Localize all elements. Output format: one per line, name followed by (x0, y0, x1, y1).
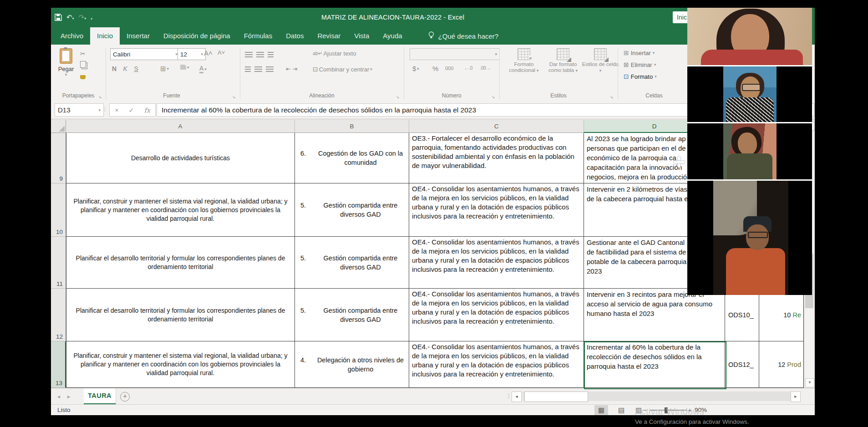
thousands-button[interactable]: 000 (445, 66, 453, 71)
cell-a13[interactable]: Planificar, construir y mantener el sist… (66, 341, 295, 388)
copy-button[interactable] (80, 61, 86, 70)
tab-revisar[interactable]: Revisar (310, 27, 347, 45)
page-layout-view-button[interactable]: ▤ (614, 405, 628, 415)
sheet-nav-right-icon[interactable]: ▸ (67, 393, 70, 400)
merge-center-button[interactable]: ⊡ Combinar y centrar ▾ (313, 66, 372, 73)
increase-decimal-button[interactable]: ←.0 (464, 66, 472, 71)
select-all-corner[interactable] (51, 120, 66, 133)
participant-video-3[interactable] (687, 123, 812, 179)
currency-button[interactable]: $▾ (412, 65, 419, 72)
cell-d13-selected[interactable]: Incrementar al 60% la cobertura de larec… (584, 341, 725, 388)
cell-c10[interactable]: OE4.- Consolidar los asentamientos human… (409, 183, 584, 237)
participant-2 (723, 66, 777, 122)
horizontal-scroll-thumb[interactable] (524, 391, 588, 402)
grow-font-button[interactable]: A˄ (204, 49, 213, 57)
cell-b12[interactable]: 5.Gestión compartida entre diversos GAD (295, 289, 409, 341)
sheet-nav-left-icon[interactable]: ◂ (57, 393, 60, 400)
cell-b13[interactable]: 4.Delegación a otros niveles de gobierno (295, 341, 409, 388)
cell-c13[interactable]: OE4.- Consolidar los asentamientos human… (409, 341, 584, 388)
fill-color-button[interactable]: ▾ (180, 65, 189, 70)
format-painter-button[interactable] (80, 73, 86, 81)
cell-b9[interactable]: 6.Cogestión de los GAD con la comunidad (295, 133, 409, 183)
cell-e12[interactable]: ODS10_ (725, 289, 759, 341)
decrease-decimal-button[interactable]: .00→ (480, 66, 491, 71)
font-name-combobox[interactable]: Calibri▾ (110, 48, 180, 60)
participant-video-1[interactable] (687, 8, 812, 65)
participant-video-2[interactable] (687, 66, 812, 122)
tab-insertar[interactable]: Insertar (120, 27, 157, 45)
cell-a12[interactable]: Planificar el desarrollo territorial y f… (66, 289, 295, 341)
cell-f13[interactable]: 12 Prod (759, 341, 804, 388)
row-header-9[interactable]: 9 (51, 133, 66, 183)
row-header-10[interactable]: 10 (51, 183, 66, 237)
formula-bar-handle[interactable]: ⋮ (102, 106, 108, 112)
column-header-a[interactable]: A (66, 120, 295, 133)
shrink-font-button[interactable]: A˅ (218, 49, 225, 56)
cell-f12[interactable]: 10 Re (759, 289, 804, 341)
underline-button[interactable]: S (134, 65, 138, 72)
cell-b10[interactable]: 5.Gestión compartida entre diversos GAD (295, 183, 409, 237)
bold-button[interactable]: N (112, 65, 117, 72)
sheet-tab-taura[interactable]: TAURA (84, 388, 116, 405)
group-label-alignment: Alineación (240, 92, 404, 99)
delete-cells-button[interactable]: ⊠ Eliminar▾ (624, 61, 656, 68)
format-as-table-button[interactable]: Dar formato como tabla ▾ (544, 48, 582, 74)
cancel-button[interactable]: × (115, 107, 118, 114)
tab-archivo[interactable]: Archivo (54, 27, 90, 45)
merge-center-icon: ⊡ (313, 66, 318, 73)
insert-cells-button[interactable]: ⊞ Insertar▾ (624, 49, 655, 56)
vertical-align-buttons[interactable] (245, 51, 277, 59)
wrap-text-icon: ab↵ (313, 51, 322, 56)
cell-a10[interactable]: Planificar, construir y mantener el sist… (66, 183, 295, 237)
tab-datos[interactable]: Datos (279, 27, 310, 45)
row-header-12[interactable]: 12 (51, 289, 66, 341)
row-header-11[interactable]: 11 (51, 237, 66, 289)
cell-styles-button[interactable]: Estilos de celda ▾ (581, 48, 619, 74)
cell-b11[interactable]: 5.Gestión compartida entre diversos GAD (295, 237, 409, 289)
lightbulb-icon (428, 31, 434, 41)
cell-a9[interactable]: Desarrollo de actividades turísticas (66, 133, 295, 183)
row-header-13[interactable]: 13 (51, 341, 66, 388)
insert-function-button[interactable]: fx (144, 107, 150, 114)
tab-disposicion[interactable]: Disposición de página (157, 27, 237, 45)
paste-button[interactable]: Pegar ▾ (56, 47, 76, 86)
number-format-dropdown[interactable]: ▾ (410, 48, 500, 60)
column-header-c[interactable]: C (409, 120, 584, 133)
enter-button[interactable]: ✓ (129, 107, 134, 114)
cell-c9[interactable]: OE3.- Fortalecer el desarrollo económico… (409, 133, 584, 183)
borders-button[interactable]: ⊞▾ (160, 65, 169, 73)
paste-icon (60, 48, 72, 64)
new-sheet-button[interactable]: + (120, 392, 130, 402)
cell-e13[interactable]: ODS12_ (725, 341, 759, 388)
font-color-button[interactable]: A▾ (199, 65, 207, 73)
cell-c11[interactable]: OE4.- Consolidar los asentamientos human… (409, 237, 584, 289)
italic-button[interactable]: K (123, 65, 127, 72)
font-style-buttons: N K S (112, 65, 143, 73)
indent-buttons[interactable]: ⇤ ⇥ (286, 66, 297, 72)
name-box[interactable]: D13▾ (55, 103, 104, 117)
cell-d12[interactable]: Intervenir en 3 recintos para mejorar el… (584, 289, 725, 341)
scroll-right-button[interactable]: ► (791, 391, 801, 402)
font-size-combobox[interactable]: 12▾ (178, 48, 206, 60)
tab-inicio[interactable]: Inicio (90, 27, 120, 45)
tab-formulas[interactable]: Fórmulas (237, 27, 279, 45)
scroll-down-button[interactable]: ▼ (805, 378, 814, 387)
format-cells-button[interactable]: ⊡ Formato▾ (624, 73, 657, 80)
window-title: MATRIZ DE ALINEACION-TAURA-2022 - Excel (51, 8, 735, 27)
column-header-b[interactable]: B (295, 120, 409, 133)
tab-vista[interactable]: Vista (347, 27, 376, 45)
percent-button[interactable]: % (432, 65, 438, 72)
scroll-left-button[interactable]: ◄ (512, 391, 522, 402)
wrap-text-button[interactable]: ab↵ Ajustar texto (313, 50, 356, 57)
horizontal-align-buttons[interactable] (245, 66, 277, 74)
participant-video-4[interactable] (687, 181, 812, 295)
cell-c12[interactable]: OE4.- Consolidar los asentamientos human… (409, 289, 584, 341)
group-label-font: Fuente (106, 92, 238, 99)
cell-a11[interactable]: Planificar el desarrollo territorial y f… (66, 237, 295, 289)
normal-view-button[interactable]: ▦ (594, 405, 608, 415)
tab-ayuda[interactable]: Ayuda (376, 27, 409, 45)
scrollbar-resize-handle[interactable]: ⋮ (506, 392, 512, 399)
conditional-formatting-button[interactable]: ≠ Formato condicional ▾ (505, 48, 543, 74)
cut-button[interactable]: ✂ (80, 50, 86, 57)
tell-me-search[interactable]: ¿Qué desea hacer? (428, 27, 499, 45)
